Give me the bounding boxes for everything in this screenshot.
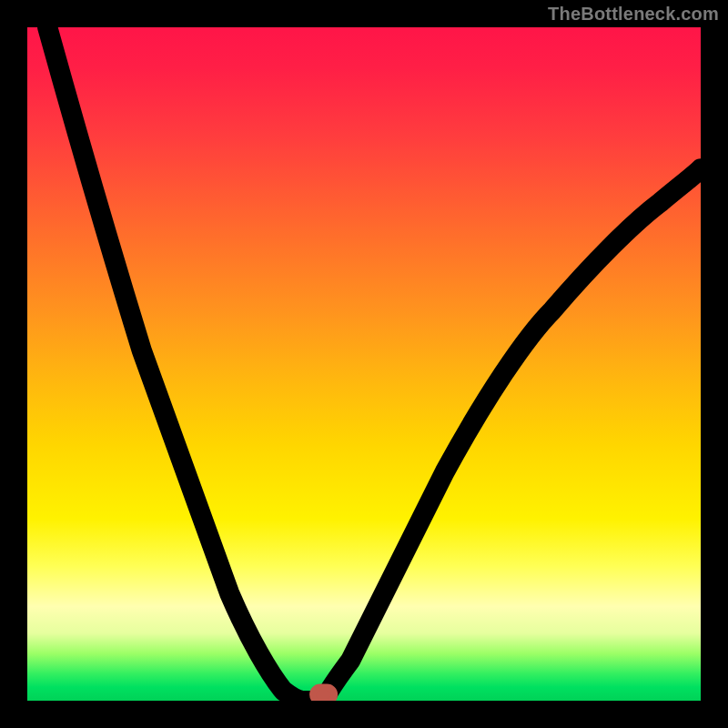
curve-left-branch [47,27,303,701]
curve-svg [27,27,701,701]
watermark-text: TheBottleneck.com [548,4,719,25]
plot-area [27,27,701,701]
min-marker [313,687,335,701]
chart-frame: TheBottleneck.com [0,0,728,728]
curve-right-branch [324,168,701,701]
